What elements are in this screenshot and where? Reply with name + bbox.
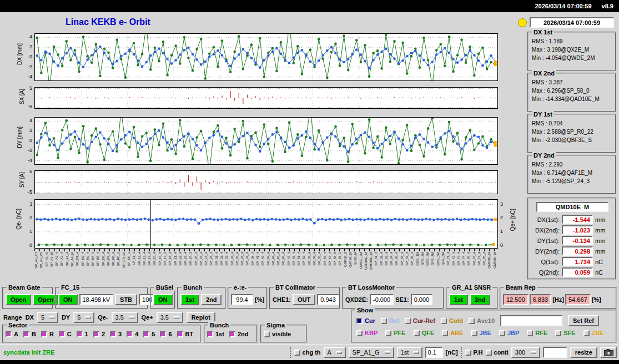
fc15-stb-button[interactable]: STB bbox=[115, 294, 137, 305]
chg-th-checkbox[interactable]: chg th bbox=[294, 349, 321, 356]
set-ref-entry[interactable] bbox=[500, 315, 562, 326]
y-tick-label: 4 bbox=[21, 33, 32, 40]
stat-rms: RMS : 0.704 bbox=[532, 119, 614, 128]
beamline-element-label: SP_17_4 bbox=[163, 252, 167, 266]
show-ave10-checkbox[interactable]: Ave10 bbox=[469, 317, 495, 324]
charge-chart[interactable] bbox=[34, 199, 498, 249]
beamline-element-label: SP_26_4 bbox=[199, 252, 203, 266]
checkbox-indicator bbox=[469, 318, 475, 324]
page-title: Linac KEKB e- Orbit bbox=[66, 17, 150, 27]
status-message: syncdata init ZRE bbox=[3, 349, 54, 356]
beamline-element-label: SP_25_4 bbox=[194, 252, 198, 266]
element-select[interactable]: SP_A1_G bbox=[349, 347, 394, 358]
beam-gate-open-button-1[interactable]: Open bbox=[6, 294, 31, 305]
status-bar: syncdata init ZRE chg th A SP_A1_G 1st [… bbox=[0, 344, 619, 360]
beamline-element-label: SP_36_4 bbox=[240, 252, 244, 266]
show-cur-ref-checkbox[interactable]: Cur-Ref bbox=[405, 317, 435, 324]
checkbox-indicator bbox=[294, 350, 300, 356]
sector-checkbox-a[interactable]: A bbox=[6, 331, 18, 337]
bunch-2nd-button[interactable]: 2nd bbox=[201, 294, 222, 305]
monitor-value: 1.734 bbox=[562, 257, 593, 266]
checkbox-indicator bbox=[555, 330, 561, 336]
show-sfe-checkbox[interactable]: SFE bbox=[555, 330, 575, 336]
beamline-element-label: SP_35_4 bbox=[235, 252, 239, 266]
gr-snsr-2nd-button[interactable]: 2nd bbox=[470, 294, 491, 305]
show-zre-checkbox[interactable]: ZRE bbox=[583, 330, 604, 336]
busel-on-button[interactable]: ON bbox=[153, 294, 173, 305]
sector-checkbox-r[interactable]: R bbox=[41, 331, 54, 337]
resize-button[interactable]: resize bbox=[570, 347, 597, 358]
set-ref-button[interactable]: Set Ref bbox=[568, 315, 599, 326]
beamline-element-label: SP_A1_C5 bbox=[39, 252, 43, 269]
sector-checkbox-5[interactable]: 5 bbox=[143, 331, 155, 337]
threshold-input[interactable] bbox=[425, 347, 443, 358]
beamline-element-label: QBF3E_S bbox=[344, 252, 348, 267]
sx-steering-chart[interactable] bbox=[34, 87, 498, 109]
sector-label-bt: BT bbox=[185, 331, 194, 337]
show-gold-label: Gold bbox=[449, 317, 463, 324]
bunch-select[interactable]: 1st bbox=[397, 347, 422, 358]
che1-out-button[interactable]: OUT bbox=[293, 294, 315, 305]
snapshot-button[interactable] bbox=[600, 347, 617, 358]
checkbox-indicator bbox=[441, 318, 447, 324]
sector-checkbox-6[interactable]: 6 bbox=[160, 331, 172, 337]
beamline-element-label: SP_71_4 bbox=[446, 252, 450, 266]
fc15-on-button[interactable]: ON bbox=[58, 294, 78, 305]
timestamp-display: 2026/03/14 07:00:59 bbox=[530, 17, 614, 28]
monitor-unit: mm bbox=[595, 237, 607, 244]
show-qfe-checkbox[interactable]: QFE bbox=[414, 330, 435, 336]
show-kbp-checkbox[interactable]: KBP bbox=[356, 330, 378, 336]
stat-max: Max : 6.714@QAF1E_M bbox=[532, 169, 614, 177]
sector-label-r: R bbox=[49, 331, 54, 337]
show-rfe-checkbox[interactable]: RFE bbox=[527, 330, 547, 336]
ph-checkbox[interactable]: P.H bbox=[465, 349, 483, 356]
sector-checkbox-1[interactable]: 1 bbox=[77, 331, 88, 337]
bunch-2nd-checkbox[interactable]: 2nd bbox=[229, 331, 249, 337]
show-are-checkbox[interactable]: ARE bbox=[442, 330, 463, 336]
y-tick-label: 0 bbox=[21, 53, 32, 60]
range-qem-select[interactable]: 3.5 bbox=[112, 312, 138, 323]
sector-checkbox-b[interactable]: B bbox=[23, 331, 36, 337]
show-gold-checkbox[interactable]: Gold bbox=[441, 317, 463, 324]
sigma-visible-checkbox[interactable]: visible bbox=[264, 331, 291, 337]
show-jbp-checkbox[interactable]: JBP bbox=[499, 330, 519, 336]
y-tick-label: 1 bbox=[21, 228, 32, 235]
sector-checkbox-3[interactable]: 3 bbox=[110, 331, 122, 337]
dy-orbit-chart[interactable] bbox=[34, 117, 498, 165]
checkbox-indicator bbox=[356, 318, 363, 324]
element-select-value: SP_A1_G bbox=[353, 349, 380, 356]
show-pfe-checkbox[interactable]: PFE bbox=[385, 330, 405, 336]
camera-icon bbox=[604, 349, 613, 356]
sector-checkbox-bt[interactable]: BT bbox=[177, 331, 194, 337]
sector-select[interactable]: A bbox=[324, 347, 346, 358]
sector-checkbox-2[interactable]: 2 bbox=[93, 331, 105, 337]
monitor-value: 0.298 bbox=[562, 246, 593, 256]
beamline-element-label: SP_56_4 bbox=[323, 252, 327, 266]
conti-checkbox[interactable]: conti bbox=[486, 349, 509, 356]
sector-frame-label: Sector bbox=[7, 321, 29, 329]
dx-orbit-chart[interactable] bbox=[34, 33, 498, 81]
monitor-value: -1.544 bbox=[562, 215, 593, 224]
show-jbe-checkbox[interactable]: JBE bbox=[471, 330, 491, 336]
range-dx-select[interactable]: 5 bbox=[37, 312, 58, 323]
sy-steering-chart[interactable] bbox=[34, 170, 498, 194]
aux-input[interactable] bbox=[543, 347, 567, 358]
beamline-element-label: QDE_1M bbox=[416, 252, 420, 266]
sector-label-a: A bbox=[14, 331, 18, 337]
beamline-element-label: SP_78_4 bbox=[482, 252, 486, 266]
beamline-element-label: SP_R0_2 bbox=[117, 252, 120, 266]
bunch-1st-checkbox[interactable]: 1st bbox=[207, 331, 224, 337]
sector-checkbox-c[interactable]: C bbox=[59, 331, 72, 337]
monitor-row: Q(1st): 1.734 nC bbox=[531, 256, 613, 267]
chart-canvas-sx bbox=[35, 88, 497, 108]
gr-snsr-1st-button[interactable]: 1st bbox=[449, 294, 468, 305]
beamline-element-label: SP_61_4 bbox=[374, 252, 378, 266]
points-select[interactable]: 300 bbox=[511, 347, 540, 358]
bunch-1st-button[interactable]: 1st bbox=[180, 294, 199, 305]
busel-frame-label: BuSel bbox=[154, 284, 175, 291]
show-ref-checkbox[interactable]: Ref bbox=[381, 317, 399, 324]
range-dy-select[interactable]: 5 bbox=[73, 312, 94, 323]
sector-checkbox-4[interactable]: 4 bbox=[127, 331, 138, 337]
show-cur-checkbox[interactable]: Cur bbox=[356, 317, 375, 324]
range-qep-select[interactable]: 3.5 bbox=[157, 312, 183, 323]
